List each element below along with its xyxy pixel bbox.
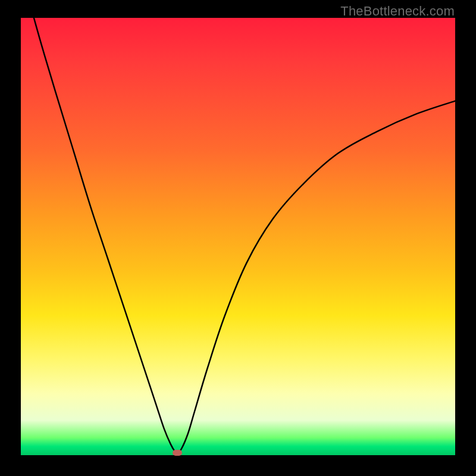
curve-path — [34, 18, 455, 453]
chart-frame: TheBottleneck.com — [0, 0, 476, 476]
watermark-text: TheBottleneck.com — [340, 4, 455, 19]
plot-area — [21, 18, 455, 455]
bottleneck-curve — [21, 18, 455, 455]
optimal-point-marker — [173, 450, 182, 456]
